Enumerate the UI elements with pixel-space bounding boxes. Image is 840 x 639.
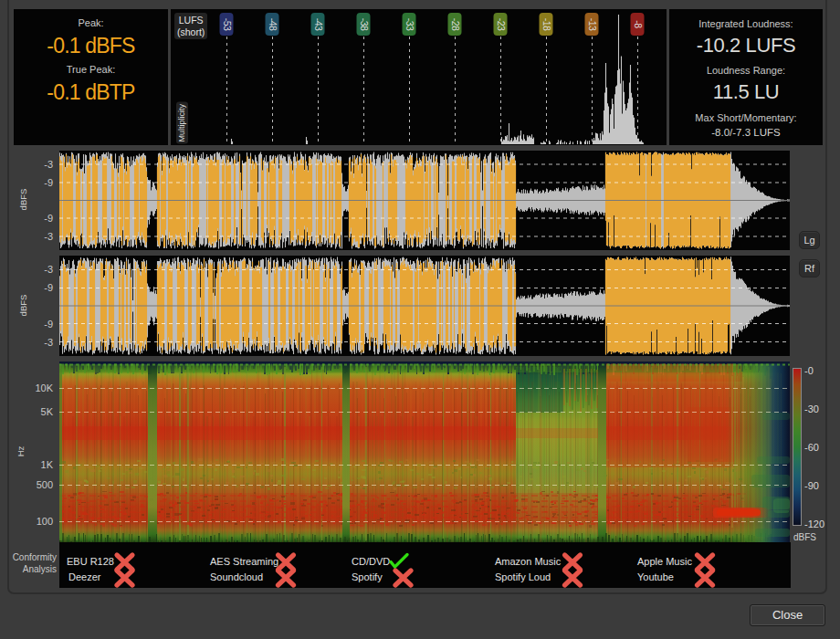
svg-text:-8: -8: [633, 20, 644, 28]
svg-text:Youtube: Youtube: [637, 571, 674, 582]
svg-text:-48: -48: [268, 18, 278, 31]
svg-text:Spotify Loud: Spotify Loud: [495, 571, 551, 582]
svg-text:CD/DVD: CD/DVD: [352, 556, 390, 567]
svg-text:-53: -53: [222, 18, 233, 31]
svg-text:-18: -18: [541, 18, 552, 31]
svg-text:Amazon Music: Amazon Music: [495, 556, 562, 567]
svg-text:-33: -33: [404, 18, 415, 31]
svg-text:Apple Music: Apple Music: [637, 556, 692, 567]
svg-text:-28: -28: [450, 18, 461, 31]
svg-text:-38: -38: [359, 18, 370, 31]
svg-text:-23: -23: [496, 18, 507, 31]
svg-text:-43: -43: [313, 18, 324, 31]
svg-text:Soundcloud: Soundcloud: [210, 571, 263, 582]
svg-text:Spotify: Spotify: [352, 571, 383, 582]
svg-text:Deezer: Deezer: [68, 571, 101, 582]
svg-text:EBU R128: EBU R128: [67, 556, 114, 567]
svg-text:-13: -13: [587, 18, 598, 31]
svg-text:AES Streaming: AES Streaming: [210, 556, 278, 567]
